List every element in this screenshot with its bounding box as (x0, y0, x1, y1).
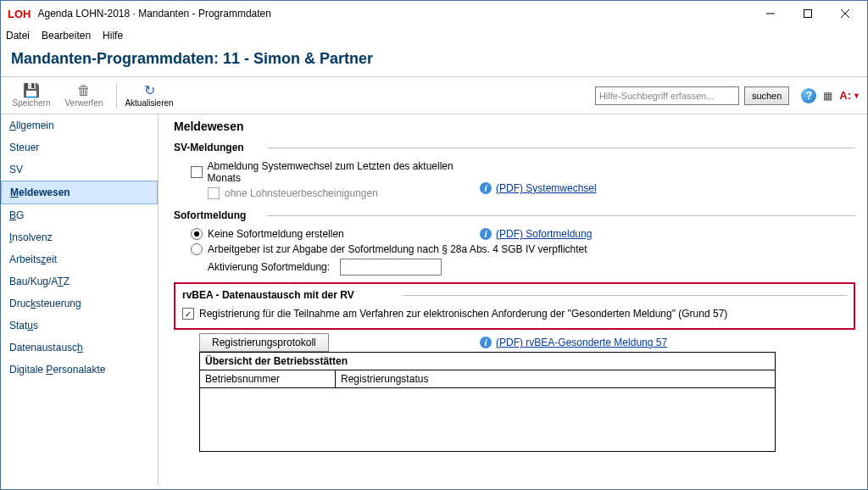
window-minimize-button[interactable] (752, 2, 789, 25)
radio-keine-label: Keine Sofortmeldung erstellen (208, 228, 344, 240)
agenda-dropdown[interactable]: A: ▼ (839, 89, 860, 102)
save-button[interactable]: 💾 Speichern (8, 83, 55, 108)
overview-header-row: Betriebsnummer Registrierungstatus (200, 370, 775, 388)
sidebar-item-drucksteuerung[interactable]: Drucksteuerung (1, 292, 158, 315)
radio-icon (191, 228, 203, 240)
page-header: Mandanten-Programmdaten: 11 - Simon & Pa… (1, 45, 867, 77)
sidebar-nav: Allgemein Steuer SV Meldewesen BG Insolv… (1, 114, 159, 486)
activation-date-input[interactable] (340, 259, 442, 276)
refresh-label: Aktualisieren (125, 98, 173, 108)
refresh-button[interactable]: ↻ Aktualisieren (125, 83, 173, 108)
section-rvbea-title: rvBEA - Datenaustausch mit der RV (182, 289, 847, 301)
checkbox-rvbea-label: Registrierung für die Teilnahme am Verfa… (199, 308, 727, 320)
registrierungsprotokoll-label: Registrierungsprotokoll (212, 337, 316, 348)
menu-help[interactable]: Hilfe (103, 30, 123, 42)
menu-bar: Datei Bearbeiten Hilfe (1, 26, 867, 45)
checkbox-icon: ✓ (182, 308, 194, 320)
checkbox-abmeldung-label: Abmeldung Systemwechsel zum Letzten des … (208, 160, 479, 184)
toolbar-separator (116, 83, 117, 109)
menu-edit[interactable]: Bearbeiten (42, 30, 91, 42)
sidebar-item-meldewesen[interactable]: Meldewesen (1, 181, 158, 204)
discard-label: Verwerfen (64, 98, 103, 108)
link-pdf-systemwechsel[interactable]: (PDF) Systemwechsel (496, 182, 597, 194)
radio-keine-sofortmeldung[interactable]: Keine Sofortmeldung erstellen (174, 226, 479, 242)
window-maximize-button[interactable] (789, 2, 826, 25)
sidebar-item-bg[interactable]: BG (1, 204, 158, 226)
window-close-button[interactable] (826, 2, 864, 25)
overview-table: Übersicht der Betriebsstätten Betriebsnu… (199, 352, 776, 452)
registrierungsprotokoll-button[interactable]: Registrierungsprotokoll (199, 333, 329, 352)
help-search-input[interactable]: Hilfe-Suchbegriff erfassen... (595, 86, 739, 105)
overview-title: Übersicht der Betriebsstätten (200, 353, 775, 370)
checkbox-icon (208, 187, 220, 199)
window-titlebar: LOH Agenda LOHN-2018 · Mandanten - Progr… (1, 1, 867, 26)
overview-col-betriebsnummer[interactable]: Betriebsnummer (200, 370, 336, 387)
overview-body-empty (200, 388, 775, 451)
checkbox-rvbea-registrierung[interactable]: ✓ Registrierung für die Teilnahme am Ver… (182, 306, 847, 321)
refresh-icon: ↻ (144, 83, 155, 98)
overview-col-registrierungstatus[interactable]: Registrierungstatus (336, 370, 775, 387)
content-pane: Meldewesen SV-Meldungen Abmeldung System… (159, 114, 867, 486)
radio-arbeitgeber-verpflichtet[interactable]: Arbeitgeber ist zur Abgabe der Sofortmel… (174, 242, 855, 257)
section-sv-meldungen-title: SV-Meldungen (174, 142, 855, 153)
radio-arbeitgeber-label: Arbeitgeber ist zur Abgabe der Sofortmel… (208, 243, 587, 255)
calc-icon[interactable]: ▦ (823, 90, 832, 102)
help-search-placeholder: Hilfe-Suchbegriff erfassen... (599, 91, 715, 101)
agenda-a-icon: A: (839, 89, 851, 102)
chevron-down-icon: ▼ (853, 92, 860, 100)
help-search-button-label: suchen (752, 91, 782, 101)
window-title: Agenda LOHN-2018 · Mandanten - Programmd… (37, 8, 271, 19)
section-sofortmeldung-title: Sofortmeldung (174, 209, 855, 221)
help-search-button[interactable]: suchen (744, 86, 789, 105)
menu-file[interactable]: Datei (6, 30, 30, 42)
sidebar-item-bau-kug-atz[interactable]: Bau/Kug/ATZ (1, 270, 158, 292)
checkbox-ohne-lohnsteuer: ohne Lohnsteuerbescheinigungen (174, 186, 479, 201)
activation-label: Aktivierung Sofortmeldung: (208, 261, 335, 273)
help-icon[interactable]: ? (801, 88, 816, 103)
discard-button[interactable]: 🗑 Verwerfen (60, 83, 108, 108)
section-rvbea-title-label: rvBEA - Datenaustausch mit der RV (182, 289, 354, 301)
sidebar-item-datenaustausch[interactable]: Datenaustausch (1, 337, 158, 359)
link-pdf-rvbea-gesonderte-meldung[interactable]: (PDF) rvBEA-Gesonderte Meldung 57 (496, 337, 667, 348)
svg-rect-1 (804, 10, 812, 18)
save-icon: 💾 (23, 83, 40, 98)
save-label: Speichern (12, 98, 50, 108)
brand-logo: LOH (8, 8, 31, 20)
sidebar-item-sv[interactable]: SV (1, 159, 158, 181)
rvbea-highlight-box: rvBEA - Datenaustausch mit der RV ✓ Regi… (174, 282, 855, 330)
toolbar: 💾 Speichern 🗑 Verwerfen ↻ Aktualisieren … (1, 77, 867, 114)
activation-sofortmeldung-row: Aktivierung Sofortmeldung: (174, 257, 855, 277)
sidebar-item-status[interactable]: Status (1, 315, 158, 337)
checkbox-abmeldung-systemwechsel[interactable]: Abmeldung Systemwechsel zum Letzten des … (174, 159, 479, 186)
sidebar-item-steuer[interactable]: Steuer (1, 136, 158, 159)
info-icon: i (479, 227, 492, 241)
checkbox-icon (191, 166, 203, 178)
checkbox-ohne-label: ohne Lohnsteuerbescheinigungen (225, 187, 378, 199)
discard-icon: 🗑 (77, 83, 91, 98)
content-heading: Meldewesen (174, 120, 855, 133)
sidebar-item-insolvenz[interactable]: Insolvenz (1, 226, 158, 248)
sidebar-item-allgemein[interactable]: Allgemein (1, 114, 158, 136)
radio-icon (191, 243, 203, 255)
info-icon: i (479, 181, 492, 195)
link-pdf-sofortmeldung[interactable]: (PDF) Sofortmeldung (496, 228, 592, 240)
sidebar-item-arbeitszeit[interactable]: Arbeitszeit (1, 248, 158, 270)
sidebar-item-personalakte[interactable]: Digitale Personalakte (1, 359, 158, 381)
info-icon: i (479, 336, 492, 349)
